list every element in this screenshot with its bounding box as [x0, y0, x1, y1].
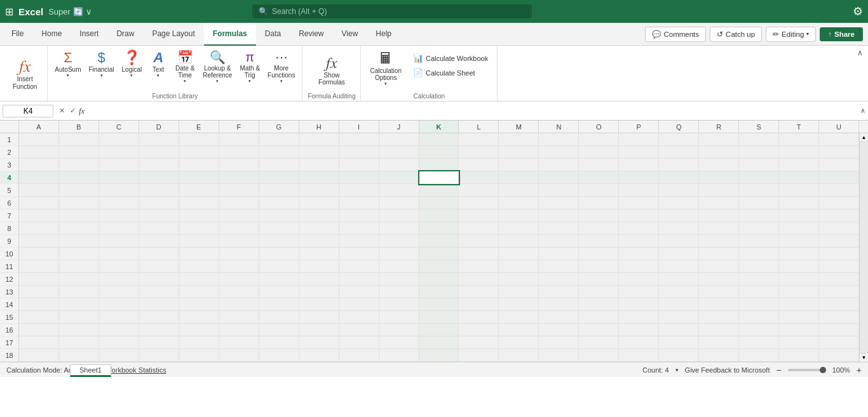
- grid-cell[interactable]: [579, 298, 619, 311]
- tab-view[interactable]: View: [333, 23, 367, 46]
- insert-function-button[interactable]: 𝑓𝑥 InsertFunction: [8, 55, 42, 93]
- grid-cell[interactable]: [659, 349, 699, 362]
- grid-cell[interactable]: [539, 336, 579, 349]
- grid-cell[interactable]: [579, 324, 619, 336]
- grid-cell[interactable]: [379, 273, 419, 286]
- grid-cell[interactable]: [659, 298, 699, 311]
- grid-cell[interactable]: [619, 286, 659, 298]
- grid-cell[interactable]: [499, 159, 539, 171]
- grid-cell[interactable]: [779, 336, 819, 349]
- grid-cell[interactable]: [379, 248, 419, 260]
- grid-cell[interactable]: [219, 311, 259, 324]
- grid-cell[interactable]: [699, 248, 739, 260]
- grid-cell[interactable]: [219, 222, 259, 235]
- grid-cell[interactable]: [459, 235, 499, 248]
- grid-cell[interactable]: [259, 159, 299, 171]
- grid-cell[interactable]: [459, 133, 499, 146]
- grid-cell[interactable]: [419, 184, 459, 197]
- col-b[interactable]: B: [59, 121, 99, 133]
- grid-cell[interactable]: [99, 146, 139, 159]
- grid-cell[interactable]: [219, 324, 259, 336]
- name-box[interactable]: [3, 105, 53, 117]
- grid-cell[interactable]: [659, 286, 699, 298]
- grid-cell[interactable]: [499, 222, 539, 235]
- grid-cell[interactable]: [259, 222, 299, 235]
- grid-cell[interactable]: [499, 171, 539, 184]
- grid-cell[interactable]: [139, 248, 179, 260]
- grid-cell[interactable]: [779, 248, 819, 260]
- grid-cell[interactable]: [499, 248, 539, 260]
- grid-cell[interactable]: [299, 133, 339, 146]
- grid-cell[interactable]: [779, 273, 819, 286]
- grid-cell[interactable]: [99, 349, 139, 362]
- grid-cell[interactable]: [59, 171, 99, 184]
- grid-cell[interactable]: [219, 349, 259, 362]
- grid-cell[interactable]: [379, 222, 419, 235]
- grid-cell[interactable]: [699, 222, 739, 235]
- text-button[interactable]: A Text ▾: [146, 48, 170, 81]
- col-l[interactable]: L: [459, 121, 499, 133]
- grid-cell[interactable]: [259, 248, 299, 260]
- grid-cell[interactable]: [779, 171, 819, 184]
- grid-cell[interactable]: [579, 133, 619, 146]
- cancel-button[interactable]: ✕: [57, 105, 67, 116]
- grid-cell[interactable]: [339, 349, 379, 362]
- grid-cell[interactable]: [379, 336, 419, 349]
- grid-cell[interactable]: [99, 209, 139, 222]
- select-all-button[interactable]: [0, 121, 19, 133]
- grid-cell[interactable]: [699, 159, 739, 171]
- grid-cell[interactable]: [59, 273, 99, 286]
- grid-cell[interactable]: [819, 197, 859, 209]
- share-button[interactable]: ↑ Share: [820, 27, 863, 41]
- grid-cell[interactable]: [59, 197, 99, 209]
- grid-cell[interactable]: [699, 311, 739, 324]
- grid-cell[interactable]: [699, 146, 739, 159]
- grid-cell[interactable]: [739, 286, 779, 298]
- grid-cell[interactable]: [459, 222, 499, 235]
- grid-cell[interactable]: [539, 286, 579, 298]
- grid-cell[interactable]: [339, 324, 379, 336]
- grid-cell[interactable]: [299, 146, 339, 159]
- grid-cell[interactable]: [419, 311, 459, 324]
- grid-cell[interactable]: [619, 133, 659, 146]
- tab-home[interactable]: Home: [32, 23, 71, 46]
- grid-cell[interactable]: [619, 209, 659, 222]
- grid-cell[interactable]: [99, 298, 139, 311]
- grid-cell[interactable]: [19, 311, 59, 324]
- scroll-track[interactable]: [860, 142, 868, 353]
- grid-cell[interactable]: [139, 197, 179, 209]
- more-functions-button[interactable]: ⋯ MoreFunctions ▾: [264, 48, 298, 86]
- grid-cell[interactable]: [259, 184, 299, 197]
- grid-cell[interactable]: [139, 324, 179, 336]
- grid-cell[interactable]: [99, 286, 139, 298]
- grid-cell[interactable]: [819, 222, 859, 235]
- grid-cell[interactable]: [379, 209, 419, 222]
- row-num-6[interactable]: 6: [0, 197, 18, 209]
- vertical-scrollbar[interactable]: ▲ ▼: [859, 133, 868, 362]
- grid-cell[interactable]: [619, 324, 659, 336]
- grid-cell[interactable]: [699, 273, 739, 286]
- col-n[interactable]: N: [539, 121, 579, 133]
- grid-cell[interactable]: [459, 171, 499, 184]
- row-num-9[interactable]: 9: [0, 235, 18, 248]
- grid-cell[interactable]: [819, 184, 859, 197]
- grid-cell[interactable]: [499, 311, 539, 324]
- grid-cell[interactable]: [739, 235, 779, 248]
- grid-cell[interactable]: [379, 171, 419, 184]
- grid-cell[interactable]: [379, 324, 419, 336]
- grid-cell[interactable]: [459, 159, 499, 171]
- grid-cell[interactable]: [739, 298, 779, 311]
- grid-cell[interactable]: [179, 159, 219, 171]
- grid-cell[interactable]: [19, 260, 59, 273]
- grid-cell[interactable]: [619, 159, 659, 171]
- grid-cell[interactable]: [539, 235, 579, 248]
- grid-cell[interactable]: [179, 171, 219, 184]
- grid-cell[interactable]: [59, 184, 99, 197]
- feedback-label[interactable]: Give Feedback to Microsoft: [685, 366, 770, 374]
- grid-cell[interactable]: [99, 159, 139, 171]
- grid-cell[interactable]: [339, 133, 379, 146]
- col-g[interactable]: G: [259, 121, 299, 133]
- grid-cell[interactable]: [219, 159, 259, 171]
- grid-cell[interactable]: [539, 197, 579, 209]
- row-num-1[interactable]: 1: [0, 133, 18, 146]
